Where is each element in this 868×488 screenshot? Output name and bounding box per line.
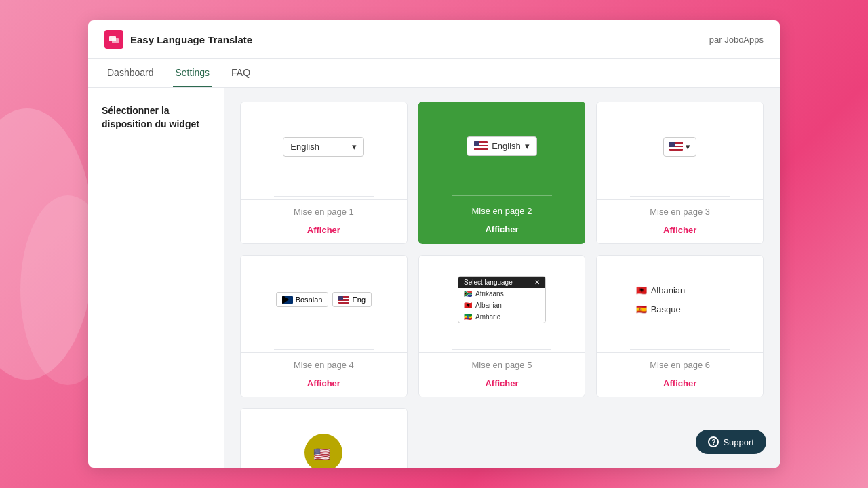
- flag-only-widget: ▾: [663, 137, 696, 157]
- bs-flag-icon: [282, 296, 293, 304]
- tab-settings[interactable]: Settings: [173, 59, 213, 87]
- main-card: Easy Language Translate par JoboApps Das…: [88, 20, 780, 468]
- layout-card-7[interactable]: 🇺🇸 Mise en page 7 Afficher: [240, 408, 408, 468]
- app-author: par JoboApps: [709, 35, 764, 45]
- us-flag-icon: [474, 141, 488, 150]
- header-left: Easy Language Translate: [104, 30, 252, 49]
- dropdown-list-header-text: Select language: [464, 279, 513, 286]
- nav-tabs: Dashboard Settings FAQ: [88, 59, 780, 88]
- svg-rect-1: [112, 38, 119, 43]
- tab-bosnian: Bosnian: [276, 292, 329, 307]
- tabs-widget: Bosnian Eng: [276, 292, 372, 307]
- us-flag-only-icon: [669, 142, 683, 151]
- tab-eng: Eng: [332, 292, 372, 307]
- flag-dropdown-widget: English ▾: [467, 136, 537, 156]
- layout-label-3: Mise en page 3: [597, 199, 763, 221]
- separator-1: [274, 196, 374, 197]
- albanian-label-2: Albanian: [475, 302, 502, 309]
- dropdown-list-item-2: 🇦🇱 Albanian: [458, 300, 545, 311]
- dropdown-list-close-icon: ✕: [534, 279, 540, 286]
- layout-label-6: Mise en page 6: [597, 352, 763, 374]
- app-title: Easy Language Translate: [130, 34, 252, 45]
- afficher-btn-6[interactable]: Afficher: [597, 374, 763, 396]
- layout-preview-7: 🇺🇸: [241, 409, 407, 468]
- basque-list-label: Basque: [651, 304, 681, 314]
- afficher-btn-5[interactable]: Afficher: [419, 374, 585, 396]
- app-logo-icon: [104, 30, 123, 49]
- dropdown-list-item-1: 🇿🇦 Afrikaans: [458, 288, 545, 300]
- layout-label-2: Mise en page 2: [418, 199, 586, 220]
- dropdown-text-value: English: [290, 142, 319, 152]
- flag-only-chevron-icon: ▾: [686, 142, 690, 152]
- afrikaans-label: Afrikaans: [475, 290, 504, 298]
- afficher-btn-3[interactable]: Afficher: [597, 221, 763, 243]
- us-flag-tab-icon: [338, 296, 349, 304]
- header: Easy Language Translate par JoboApps: [88, 20, 780, 59]
- list-item-basque: 🇪🇸 Basque: [636, 304, 724, 314]
- basque-flag-list: 🇪🇸: [636, 304, 647, 314]
- layout-preview-2: English ▾: [418, 102, 586, 190]
- sidebar-title: Sélectionner la disposition du widget: [102, 104, 210, 131]
- content-area: Sélectionner la disposition du widget En…: [88, 88, 780, 468]
- afficher-btn-4[interactable]: Afficher: [241, 374, 407, 396]
- separator-4: [274, 349, 374, 350]
- layouts-grid: English ▾ Mise en page 1 Afficher Englis…: [240, 102, 764, 468]
- list-widget: 🇦🇱 Albanian 🇪🇸 Basque: [636, 285, 724, 314]
- separator-3: [630, 196, 730, 197]
- flag-dropdown-text-value: English: [492, 141, 521, 151]
- tab-eng-label: Eng: [352, 296, 366, 304]
- afficher-btn-2[interactable]: Afficher: [418, 220, 586, 243]
- albanian-list-label: Albanian: [651, 285, 686, 296]
- afrikaans-flag: 🇿🇦: [464, 290, 472, 298]
- albanian-flag-2: 🇦🇱: [464, 302, 472, 309]
- amharic-label: Amharic: [475, 313, 500, 321]
- support-button[interactable]: ? Support: [696, 430, 766, 454]
- layout-card-1[interactable]: English ▾ Mise en page 1 Afficher: [240, 102, 408, 244]
- layout-preview-6: 🇦🇱 Albanian 🇪🇸 Basque: [597, 256, 763, 344]
- layout-card-6[interactable]: 🇦🇱 Albanian 🇪🇸 Basque Mise en page 6: [596, 255, 764, 397]
- us-flag-circle-icon: 🇺🇸: [313, 447, 330, 462]
- support-label: Support: [723, 437, 754, 447]
- amharic-flag: 🇪🇹: [464, 313, 472, 321]
- dropdown-list-item-3: 🇪🇹 Amharic: [458, 311, 545, 323]
- dropdown-list-widget: Select language ✕ 🇿🇦 Afrikaans 🇦🇱 Albani…: [458, 276, 546, 323]
- separator-5: [452, 349, 552, 350]
- layout-preview-4: Bosnian Eng: [241, 256, 407, 344]
- circle-flag-inner: 🇺🇸: [313, 446, 334, 460]
- dropdown-chevron-icon: ▾: [352, 142, 357, 152]
- layout-card-4[interactable]: Bosnian Eng Mise en page 4 Afficher: [240, 255, 408, 397]
- flag-dropdown-chevron-icon: ▾: [525, 141, 530, 151]
- layout-label-1: Mise en page 1: [241, 199, 407, 221]
- circle-flag-widget: 🇺🇸: [304, 434, 342, 468]
- layout-card-2[interactable]: English ▾ Mise en page 2 Afficher: [418, 102, 586, 244]
- sidebar: Sélectionner la disposition du widget: [88, 88, 224, 468]
- layout-preview-5: Select language ✕ 🇿🇦 Afrikaans 🇦🇱 Albani…: [419, 256, 585, 344]
- main-content: English ▾ Mise en page 1 Afficher Englis…: [224, 88, 780, 468]
- tab-dashboard[interactable]: Dashboard: [104, 59, 157, 87]
- layout-preview-1: English ▾: [241, 102, 407, 190]
- separator-6: [630, 349, 730, 350]
- tab-faq[interactable]: FAQ: [229, 59, 253, 87]
- layout-card-3[interactable]: ▾ Mise en page 3 Afficher: [596, 102, 764, 244]
- tab-bosnian-label: Bosnian: [296, 296, 323, 304]
- list-item-albanian: 🇦🇱 Albanian: [636, 285, 724, 296]
- separator-2: [452, 195, 552, 196]
- afficher-btn-1[interactable]: Afficher: [241, 221, 407, 243]
- layout-card-5[interactable]: Select language ✕ 🇿🇦 Afrikaans 🇦🇱 Albani…: [418, 255, 586, 397]
- albanian-flag-list: 🇦🇱: [636, 285, 647, 296]
- list-divider: [636, 300, 724, 300]
- layout-preview-3: ▾: [597, 102, 763, 190]
- support-question-icon: ?: [708, 436, 719, 447]
- dropdown-text-widget: English ▾: [283, 137, 364, 157]
- layout-label-5: Mise en page 5: [419, 352, 585, 374]
- dropdown-list-header: Select language ✕: [458, 277, 545, 288]
- layout-label-4: Mise en page 4: [241, 352, 407, 374]
